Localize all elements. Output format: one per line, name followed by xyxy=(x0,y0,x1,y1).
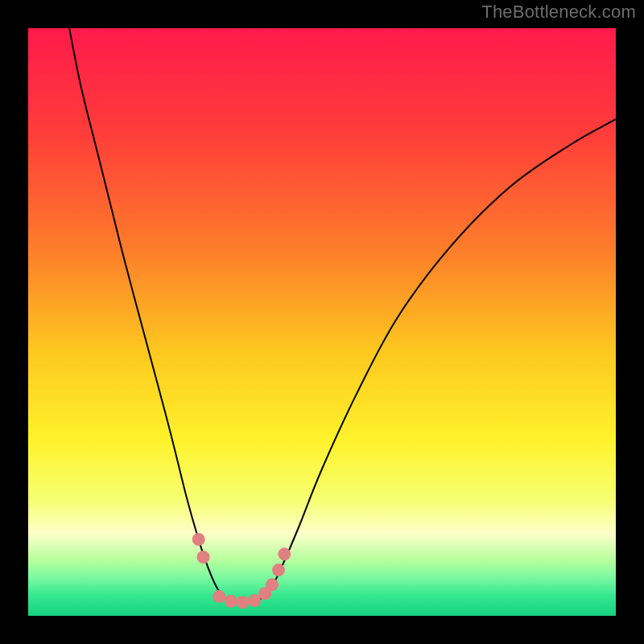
highlight-dot xyxy=(192,533,205,546)
highlight-dot xyxy=(213,590,225,603)
bottleneck-chart xyxy=(0,0,644,644)
watermark-text: TheBottleneck.com xyxy=(481,2,636,23)
highlight-dot xyxy=(272,564,285,576)
chart-frame: TheBottleneck.com xyxy=(0,0,644,644)
highlight-dot xyxy=(248,594,261,607)
highlight-dot xyxy=(225,595,237,608)
highlight-dot xyxy=(266,578,279,591)
highlight-dot xyxy=(197,551,210,564)
highlight-dot xyxy=(278,547,291,560)
gradient-background xyxy=(28,28,616,616)
highlight-dot xyxy=(236,596,249,609)
